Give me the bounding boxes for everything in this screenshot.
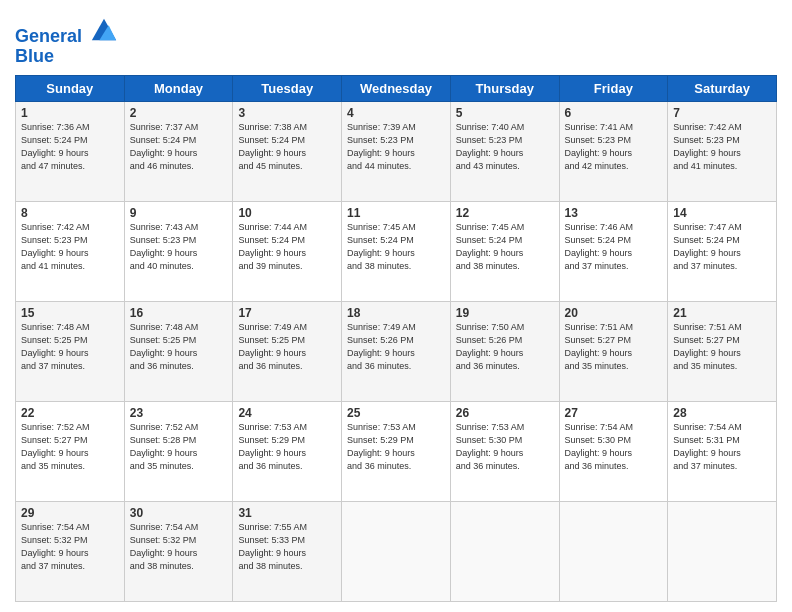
day-number: 2	[130, 106, 228, 120]
day-number: 28	[673, 406, 771, 420]
day-number: 24	[238, 406, 336, 420]
day-info: Sunrise: 7:43 AM Sunset: 5:23 PM Dayligh…	[130, 221, 228, 273]
calendar-cell: 28Sunrise: 7:54 AM Sunset: 5:31 PM Dayli…	[668, 401, 777, 501]
day-info: Sunrise: 7:54 AM Sunset: 5:32 PM Dayligh…	[21, 521, 119, 573]
calendar-cell: 14Sunrise: 7:47 AM Sunset: 5:24 PM Dayli…	[668, 201, 777, 301]
day-info: Sunrise: 7:49 AM Sunset: 5:26 PM Dayligh…	[347, 321, 445, 373]
calendar-cell	[668, 501, 777, 601]
day-info: Sunrise: 7:48 AM Sunset: 5:25 PM Dayligh…	[130, 321, 228, 373]
day-info: Sunrise: 7:53 AM Sunset: 5:30 PM Dayligh…	[456, 421, 554, 473]
logo-general: General	[15, 26, 82, 46]
calendar-cell: 23Sunrise: 7:52 AM Sunset: 5:28 PM Dayli…	[124, 401, 233, 501]
calendar-cell: 8Sunrise: 7:42 AM Sunset: 5:23 PM Daylig…	[16, 201, 125, 301]
calendar-cell: 25Sunrise: 7:53 AM Sunset: 5:29 PM Dayli…	[342, 401, 451, 501]
day-info: Sunrise: 7:42 AM Sunset: 5:23 PM Dayligh…	[21, 221, 119, 273]
calendar-cell: 27Sunrise: 7:54 AM Sunset: 5:30 PM Dayli…	[559, 401, 668, 501]
logo: General Blue	[15, 14, 118, 67]
day-number: 29	[21, 506, 119, 520]
day-info: Sunrise: 7:53 AM Sunset: 5:29 PM Dayligh…	[238, 421, 336, 473]
day-number: 8	[21, 206, 119, 220]
logo-icon	[90, 14, 118, 42]
calendar-cell: 18Sunrise: 7:49 AM Sunset: 5:26 PM Dayli…	[342, 301, 451, 401]
calendar-cell: 29Sunrise: 7:54 AM Sunset: 5:32 PM Dayli…	[16, 501, 125, 601]
day-info: Sunrise: 7:55 AM Sunset: 5:33 PM Dayligh…	[238, 521, 336, 573]
day-info: Sunrise: 7:51 AM Sunset: 5:27 PM Dayligh…	[565, 321, 663, 373]
day-info: Sunrise: 7:54 AM Sunset: 5:32 PM Dayligh…	[130, 521, 228, 573]
calendar-cell: 7Sunrise: 7:42 AM Sunset: 5:23 PM Daylig…	[668, 101, 777, 201]
day-info: Sunrise: 7:36 AM Sunset: 5:24 PM Dayligh…	[21, 121, 119, 173]
day-info: Sunrise: 7:47 AM Sunset: 5:24 PM Dayligh…	[673, 221, 771, 273]
calendar-body: 1Sunrise: 7:36 AM Sunset: 5:24 PM Daylig…	[16, 101, 777, 601]
day-number: 14	[673, 206, 771, 220]
day-number: 25	[347, 406, 445, 420]
calendar-cell	[559, 501, 668, 601]
calendar-week-row: 15Sunrise: 7:48 AM Sunset: 5:25 PM Dayli…	[16, 301, 777, 401]
day-info: Sunrise: 7:44 AM Sunset: 5:24 PM Dayligh…	[238, 221, 336, 273]
day-number: 10	[238, 206, 336, 220]
day-info: Sunrise: 7:45 AM Sunset: 5:24 PM Dayligh…	[347, 221, 445, 273]
day-info: Sunrise: 7:41 AM Sunset: 5:23 PM Dayligh…	[565, 121, 663, 173]
day-header: Monday	[124, 75, 233, 101]
calendar-cell: 17Sunrise: 7:49 AM Sunset: 5:25 PM Dayli…	[233, 301, 342, 401]
calendar-cell: 20Sunrise: 7:51 AM Sunset: 5:27 PM Dayli…	[559, 301, 668, 401]
header: General Blue	[15, 10, 777, 67]
day-info: Sunrise: 7:50 AM Sunset: 5:26 PM Dayligh…	[456, 321, 554, 373]
day-info: Sunrise: 7:51 AM Sunset: 5:27 PM Dayligh…	[673, 321, 771, 373]
day-number: 15	[21, 306, 119, 320]
day-info: Sunrise: 7:52 AM Sunset: 5:27 PM Dayligh…	[21, 421, 119, 473]
calendar-cell	[342, 501, 451, 601]
day-info: Sunrise: 7:38 AM Sunset: 5:24 PM Dayligh…	[238, 121, 336, 173]
calendar-table: SundayMondayTuesdayWednesdayThursdayFrid…	[15, 75, 777, 602]
day-number: 11	[347, 206, 445, 220]
calendar-cell: 15Sunrise: 7:48 AM Sunset: 5:25 PM Dayli…	[16, 301, 125, 401]
day-number: 12	[456, 206, 554, 220]
calendar-cell: 31Sunrise: 7:55 AM Sunset: 5:33 PM Dayli…	[233, 501, 342, 601]
calendar-cell: 5Sunrise: 7:40 AM Sunset: 5:23 PM Daylig…	[450, 101, 559, 201]
day-number: 22	[21, 406, 119, 420]
day-info: Sunrise: 7:49 AM Sunset: 5:25 PM Dayligh…	[238, 321, 336, 373]
calendar-week-row: 22Sunrise: 7:52 AM Sunset: 5:27 PM Dayli…	[16, 401, 777, 501]
calendar-cell: 9Sunrise: 7:43 AM Sunset: 5:23 PM Daylig…	[124, 201, 233, 301]
calendar-cell: 12Sunrise: 7:45 AM Sunset: 5:24 PM Dayli…	[450, 201, 559, 301]
day-number: 1	[21, 106, 119, 120]
calendar-header-row: SundayMondayTuesdayWednesdayThursdayFrid…	[16, 75, 777, 101]
day-number: 30	[130, 506, 228, 520]
day-number: 23	[130, 406, 228, 420]
day-info: Sunrise: 7:40 AM Sunset: 5:23 PM Dayligh…	[456, 121, 554, 173]
day-number: 4	[347, 106, 445, 120]
day-header: Friday	[559, 75, 668, 101]
day-header: Thursday	[450, 75, 559, 101]
calendar-cell: 13Sunrise: 7:46 AM Sunset: 5:24 PM Dayli…	[559, 201, 668, 301]
day-number: 31	[238, 506, 336, 520]
calendar-cell: 3Sunrise: 7:38 AM Sunset: 5:24 PM Daylig…	[233, 101, 342, 201]
day-number: 21	[673, 306, 771, 320]
day-number: 17	[238, 306, 336, 320]
calendar-cell: 21Sunrise: 7:51 AM Sunset: 5:27 PM Dayli…	[668, 301, 777, 401]
day-info: Sunrise: 7:45 AM Sunset: 5:24 PM Dayligh…	[456, 221, 554, 273]
day-header: Tuesday	[233, 75, 342, 101]
day-number: 13	[565, 206, 663, 220]
calendar-cell: 6Sunrise: 7:41 AM Sunset: 5:23 PM Daylig…	[559, 101, 668, 201]
day-header: Saturday	[668, 75, 777, 101]
calendar-cell: 19Sunrise: 7:50 AM Sunset: 5:26 PM Dayli…	[450, 301, 559, 401]
day-number: 20	[565, 306, 663, 320]
day-number: 16	[130, 306, 228, 320]
day-number: 26	[456, 406, 554, 420]
page: General Blue SundayMondayTuesdayWednesda…	[0, 0, 792, 612]
calendar-cell: 1Sunrise: 7:36 AM Sunset: 5:24 PM Daylig…	[16, 101, 125, 201]
calendar-cell: 26Sunrise: 7:53 AM Sunset: 5:30 PM Dayli…	[450, 401, 559, 501]
day-info: Sunrise: 7:54 AM Sunset: 5:31 PM Dayligh…	[673, 421, 771, 473]
day-number: 9	[130, 206, 228, 220]
logo-text: General	[15, 14, 118, 47]
calendar-cell: 2Sunrise: 7:37 AM Sunset: 5:24 PM Daylig…	[124, 101, 233, 201]
logo-blue: Blue	[15, 47, 118, 67]
day-number: 19	[456, 306, 554, 320]
day-number: 3	[238, 106, 336, 120]
calendar-cell: 11Sunrise: 7:45 AM Sunset: 5:24 PM Dayli…	[342, 201, 451, 301]
calendar-cell: 10Sunrise: 7:44 AM Sunset: 5:24 PM Dayli…	[233, 201, 342, 301]
day-header: Sunday	[16, 75, 125, 101]
day-info: Sunrise: 7:52 AM Sunset: 5:28 PM Dayligh…	[130, 421, 228, 473]
day-number: 7	[673, 106, 771, 120]
day-number: 5	[456, 106, 554, 120]
day-number: 27	[565, 406, 663, 420]
